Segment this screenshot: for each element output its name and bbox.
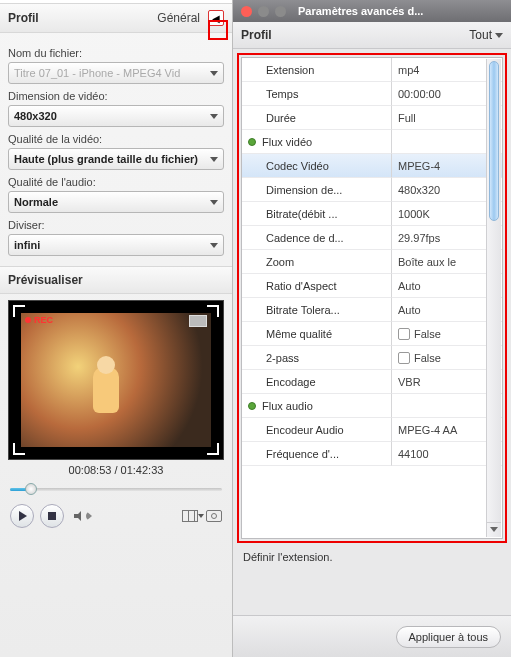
vertical-scrollbar[interactable] (486, 59, 501, 537)
split-select[interactable]: infini (8, 234, 224, 256)
setting-value: 44100 (398, 448, 429, 460)
video-quality-select[interactable]: Haute (plus grande taille du fichier) (8, 148, 224, 170)
audio-quality-label: Qualité de l'audio: (8, 176, 224, 188)
speaker-icon (74, 511, 84, 521)
video-dimension-label: Dimension de vidéo: (8, 90, 224, 102)
setting-key: Temps (266, 88, 298, 100)
table-row[interactable]: ZoomBoîte aux le (242, 250, 502, 274)
disclosure-icon[interactable] (248, 402, 256, 410)
scroll-down-button[interactable] (487, 522, 501, 536)
setting-value: 29.97fps (398, 232, 440, 244)
minimize-icon (258, 6, 269, 17)
video-dimension-select[interactable]: 480x320 (8, 105, 224, 127)
rec-indicator: REC (25, 315, 53, 325)
group-row: Flux vidéo (242, 130, 502, 154)
window-title: Paramètres avancés d... (298, 5, 423, 17)
table-row[interactable]: EncodageVBR (242, 370, 502, 394)
table-row[interactable]: Temps00:00:00 (242, 82, 502, 106)
table-row[interactable]: Fréquence d'...44100 (242, 442, 502, 466)
left-panel: Profil Général ◀ Nom du fichier: Titre 0… (0, 0, 233, 657)
chevron-down-icon (210, 200, 218, 205)
table-row[interactable]: Dimension de...480x320 (242, 178, 502, 202)
split-label: Diviser: (8, 219, 224, 231)
profile-filter[interactable]: Tout (469, 28, 503, 42)
chevron-down-icon (495, 33, 503, 38)
close-icon[interactable] (241, 6, 252, 17)
frame-select-icon[interactable] (182, 510, 198, 522)
table-row[interactable]: DuréeFull (242, 106, 502, 130)
profile-header: Profil Tout (233, 22, 511, 49)
setting-key: Bitrate Tolera... (266, 304, 340, 316)
scroll-thumb[interactable] (489, 61, 499, 221)
status-text: Définir l'extension. (233, 543, 511, 571)
setting-key: Zoom (266, 256, 294, 268)
time-readout: 00:08:53 / 01:42:33 (0, 464, 232, 476)
table-row[interactable]: Extensionmp4 (242, 58, 502, 82)
setting-key: 2-pass (266, 352, 299, 364)
chevron-down-icon (210, 114, 218, 119)
pip-icon (189, 315, 207, 327)
setting-key: Encodeur Audio (266, 424, 344, 436)
filename-label: Nom du fichier: (8, 47, 224, 59)
play-button[interactable] (10, 504, 34, 528)
table-row[interactable]: Encodeur AudioMPEG-4 AA (242, 418, 502, 442)
setting-value: 480x320 (398, 184, 440, 196)
profile-label: Profil (8, 11, 39, 25)
table-row[interactable]: Bitrate Tolera...Auto (242, 298, 502, 322)
seek-slider[interactable] (10, 482, 222, 496)
chevron-down-icon (210, 71, 218, 76)
profile-header: Profil Général ◀ (0, 3, 232, 33)
window-titlebar: Paramètres avancés d... (233, 0, 511, 22)
checkbox[interactable] (398, 328, 410, 340)
table-row[interactable]: Codec VidéoMPEG-4 (242, 154, 502, 178)
snapshot-icon[interactable] (206, 510, 222, 522)
zoom-icon (275, 6, 286, 17)
setting-value: MPEG-4 AA (398, 424, 457, 436)
setting-key: Ratio d'Aspect (266, 280, 337, 292)
setting-value: Full (398, 112, 416, 124)
setting-key: Flux vidéo (262, 136, 312, 148)
volume-control[interactable] (74, 511, 97, 521)
collapse-button[interactable]: ◀ (208, 10, 224, 26)
table-row[interactable]: Même qualitéFalse (242, 322, 502, 346)
preview-label: Prévisualiser (0, 266, 232, 294)
checkbox[interactable] (398, 352, 410, 364)
chevron-down-icon (210, 157, 218, 162)
setting-key: Dimension de... (266, 184, 342, 196)
audio-quality-select[interactable]: Normale (8, 191, 224, 213)
disclosure-icon[interactable] (248, 138, 256, 146)
footer: Appliquer à tous (233, 615, 511, 657)
setting-key: Extension (266, 64, 314, 76)
table-row[interactable]: 2-passFalse (242, 346, 502, 370)
group-row: Flux audio (242, 394, 502, 418)
apply-all-button[interactable]: Appliquer à tous (396, 626, 502, 648)
setting-value: VBR (398, 376, 421, 388)
setting-key: Cadence de d... (266, 232, 344, 244)
setting-key: Flux audio (262, 400, 313, 412)
profile-label: Profil (241, 28, 272, 42)
setting-key: Même qualité (266, 328, 332, 340)
setting-value: 00:00:00 (398, 88, 441, 100)
profile-menu[interactable]: Général (157, 11, 200, 25)
setting-value: Boîte aux le (398, 256, 456, 268)
settings-grid: Extensionmp4Temps00:00:00DuréeFullFlux v… (241, 57, 503, 539)
chevron-down-icon (210, 243, 218, 248)
filename-field[interactable]: Titre 07_01 - iPhone - MPEG4 Vid (8, 62, 224, 84)
setting-value: False (414, 328, 441, 340)
setting-value: mp4 (398, 64, 419, 76)
setting-value: MPEG-4 (398, 160, 440, 172)
video-quality-label: Qualité de la vidéo: (8, 133, 224, 145)
setting-value: False (414, 352, 441, 364)
table-row[interactable]: Cadence de d...29.97fps (242, 226, 502, 250)
setting-value: 1000K (398, 208, 430, 220)
table-row[interactable]: Ratio d'AspectAuto (242, 274, 502, 298)
stop-button[interactable] (40, 504, 64, 528)
setting-key: Fréquence d'... (266, 448, 339, 460)
seek-knob[interactable] (25, 483, 37, 495)
setting-key: Codec Vidéo (266, 160, 329, 172)
preview-viewport[interactable]: REC (8, 300, 224, 460)
table-row[interactable]: Bitrate(débit ...1000K (242, 202, 502, 226)
setting-key: Durée (266, 112, 296, 124)
settings-grid-highlight: Extensionmp4Temps00:00:00DuréeFullFlux v… (237, 53, 507, 543)
right-panel: Paramètres avancés d... Profil Tout Exte… (233, 0, 511, 657)
